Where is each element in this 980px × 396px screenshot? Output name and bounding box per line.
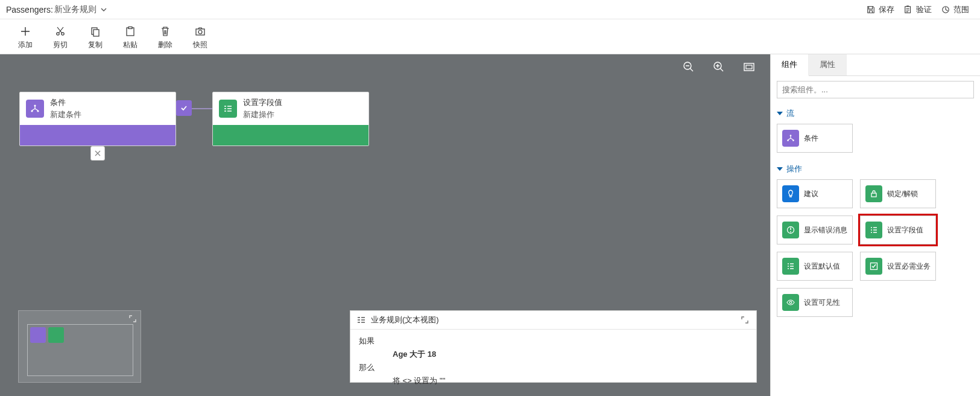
tile-set-visible[interactable]: 设置可见性 <box>777 288 853 317</box>
copy-label: 复制 <box>88 40 103 50</box>
tile-show-error-label: 显示错误消息 <box>804 226 847 234</box>
minimap-viewport[interactable] <box>27 324 133 376</box>
main-area: 条件 新建条件 设置字段值 新建操作 <box>0 54 980 396</box>
section-actions-label: 操作 <box>786 164 802 174</box>
cut-label: 剪切 <box>53 40 68 50</box>
svg-point-24 <box>789 301 792 304</box>
action-node-title: 设置字段值 <box>243 97 282 108</box>
text-view-expand-icon[interactable] <box>739 315 750 325</box>
tile-set-required-label: 设置必需业务 <box>887 262 931 270</box>
svg-rect-7 <box>128 27 132 29</box>
action-node-bar <box>213 125 368 145</box>
section-actions-header[interactable]: 操作 <box>777 164 974 174</box>
snapshot-button[interactable]: 快照 <box>193 25 207 50</box>
condition-node-icon <box>26 100 44 118</box>
collapse-icon <box>777 167 783 171</box>
save-button[interactable]: 保存 <box>862 2 899 18</box>
minimap-condition-node <box>30 327 46 343</box>
tile-set-visible-label: 设置可见性 <box>804 298 840 307</box>
scope-icon <box>941 5 950 14</box>
text-view-panel: 业务规则(文本视图) 如果 Age 大于 18 那么 将 <> 设置为 "" <box>350 310 757 383</box>
svg-point-22 <box>790 231 791 232</box>
tile-show-error[interactable]: 显示错误消息 <box>777 216 853 244</box>
fit-screen-button[interactable] <box>741 59 757 75</box>
tab-components[interactable]: 组件 <box>771 54 809 76</box>
condition-node-subtitle: 新建条件 <box>50 109 81 120</box>
action-node[interactable]: 设置字段值 新建操作 <box>212 92 369 146</box>
cut-button[interactable]: 剪切 <box>53 25 68 50</box>
eye-icon <box>782 294 799 311</box>
copy-icon <box>89 25 101 37</box>
text-view-action: 将 <> 设置为 "" <box>393 375 748 386</box>
node-connector <box>192 108 212 109</box>
tile-set-default[interactable]: 设置默认值 <box>777 252 853 281</box>
snapshot-label: 快照 <box>193 40 207 50</box>
list-icon <box>865 222 882 238</box>
condition-node-title: 条件 <box>50 97 81 108</box>
add-button[interactable]: 添加 <box>18 25 33 50</box>
text-view-if: 如果 <box>359 336 748 346</box>
condition-tile-icon <box>782 130 799 147</box>
tile-set-field[interactable]: 设置字段值 <box>860 216 936 244</box>
checkbox-icon <box>865 258 882 275</box>
text-view-title: 业务规则(文本视图) <box>371 315 439 325</box>
rule-name[interactable]: 新业务规则 <box>54 4 96 15</box>
action-node-icon <box>219 100 237 118</box>
zoom-out-button[interactable] <box>681 59 697 75</box>
trash-icon <box>159 25 171 37</box>
condition-node[interactable]: 条件 新建条件 <box>19 92 176 146</box>
minimap[interactable] <box>18 310 141 383</box>
panel-tabs: 组件 属性 <box>771 54 980 76</box>
svg-point-9 <box>198 30 202 34</box>
true-branch-badge[interactable] <box>176 100 192 116</box>
tile-suggest-label: 建议 <box>804 190 818 198</box>
copy-button[interactable]: 复制 <box>88 25 103 50</box>
tile-set-default-label: 设置默认值 <box>804 262 840 270</box>
svg-rect-20 <box>871 193 876 197</box>
tile-set-required[interactable]: 设置必需业务 <box>860 252 936 281</box>
false-branch-badge[interactable] <box>90 146 105 161</box>
title-bar: Passengers: 新业务规则 保存 验证 范围 <box>0 0 980 19</box>
paste-button[interactable]: 粘贴 <box>123 25 138 50</box>
action-node-subtitle: 新建操作 <box>243 109 282 120</box>
zoom-in-button[interactable] <box>711 59 727 75</box>
chevron-down-icon[interactable] <box>100 6 107 13</box>
section-flow-label: 流 <box>786 108 794 119</box>
text-view-condition: Age 大于 18 <box>393 349 748 360</box>
validate-label: 验证 <box>916 4 932 15</box>
paste-icon <box>124 25 136 37</box>
collapse-icon <box>777 112 783 115</box>
tile-lock[interactable]: 锁定/解锁 <box>860 179 936 208</box>
minimap-action-node <box>48 327 64 343</box>
camera-icon <box>194 25 206 37</box>
tile-condition[interactable]: 条件 <box>777 124 853 153</box>
scope-label: 范围 <box>953 4 969 15</box>
side-panel: 组件 属性 流 条件 操作 <box>770 54 980 396</box>
validate-button[interactable]: 验证 <box>899 2 937 18</box>
delete-button[interactable]: 删除 <box>158 25 172 50</box>
validate-icon <box>904 5 912 14</box>
section-flow-header[interactable]: 流 <box>777 108 974 119</box>
entity-name: Passengers: <box>6 5 53 14</box>
save-label: 保存 <box>879 4 894 15</box>
condition-node-bar <box>20 125 175 145</box>
lightbulb-icon <box>782 185 799 202</box>
canvas[interactable]: 条件 新建条件 设置字段值 新建操作 <box>0 54 770 396</box>
scissors-icon <box>54 25 66 37</box>
canvas-controls <box>681 59 757 75</box>
delete-label: 删除 <box>158 40 172 50</box>
tile-lock-label: 锁定/解锁 <box>887 190 918 198</box>
search-components-input[interactable] <box>777 81 974 98</box>
text-view-then: 那么 <box>359 362 748 373</box>
add-label: 添加 <box>18 40 33 50</box>
list-icon <box>782 258 799 275</box>
tile-condition-label: 条件 <box>804 134 818 142</box>
paste-label: 粘贴 <box>123 40 138 50</box>
tile-suggest[interactable]: 建议 <box>777 179 853 208</box>
scope-button[interactable]: 范围 <box>937 2 974 18</box>
lock-icon <box>865 185 882 202</box>
error-icon <box>782 222 799 238</box>
tab-properties[interactable]: 属性 <box>809 54 847 75</box>
minimap-expand-icon[interactable] <box>127 313 138 324</box>
toolbar: 添加 剪切 复制 粘贴 删除 快照 <box>0 19 980 54</box>
